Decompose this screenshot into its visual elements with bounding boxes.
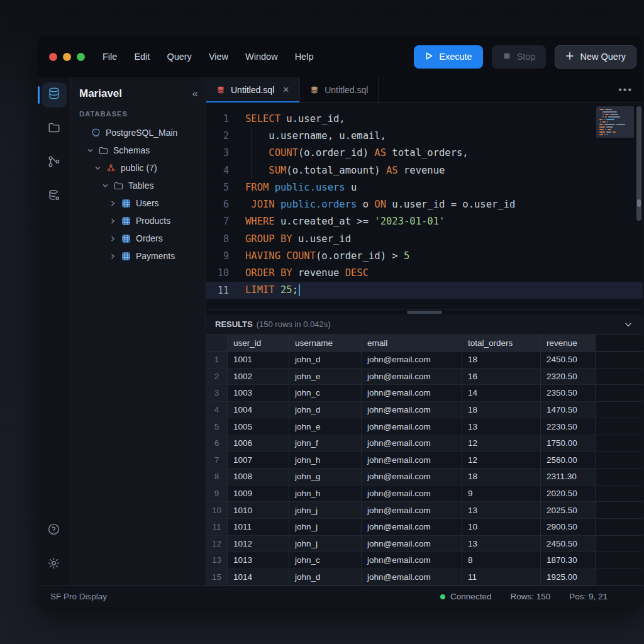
chevron-right-icon[interactable] xyxy=(109,253,116,260)
chevron-right-icon[interactable] xyxy=(109,200,116,207)
table-row-3[interactable]: 31003john_cjohn@email.com142350.50 xyxy=(206,385,643,402)
cell-filler xyxy=(596,385,643,401)
column-header-total-orders[interactable]: total_orders xyxy=(462,335,541,351)
chevron-right-icon[interactable] xyxy=(109,235,116,242)
table-icon xyxy=(121,198,131,209)
code-text: SUM(o.total_amount) AS revenue xyxy=(236,165,445,176)
tree-item-label: Payments xyxy=(136,251,175,261)
zoom-window-button[interactable] xyxy=(77,53,85,61)
cell-username: john_d xyxy=(289,569,362,586)
new-query-button[interactable]: New Query xyxy=(555,45,636,69)
menu-help[interactable]: Help xyxy=(295,52,314,62)
tree-item-payments[interactable]: Payments xyxy=(70,247,206,265)
tree-item-users[interactable]: Users xyxy=(70,194,206,212)
code-line-10: 10ORDER BY revenue DESC xyxy=(206,265,643,282)
splitter-handle[interactable] xyxy=(407,311,442,314)
table-icon xyxy=(121,251,131,262)
tree-item-orders[interactable]: Orders xyxy=(70,230,206,247)
cell-username: john_f xyxy=(289,435,362,452)
menu-query[interactable]: Query xyxy=(167,52,192,62)
menu-view[interactable]: View xyxy=(209,52,228,62)
tab-bar: Untitled.sql✕Untitled.sql••• xyxy=(206,77,643,103)
cell-username: john_j xyxy=(289,502,362,518)
cell-username: john_d xyxy=(289,352,362,368)
cell-filler xyxy=(596,486,643,502)
cell-user-id: 1004 xyxy=(228,402,289,418)
editor-scrollbar[interactable] xyxy=(636,106,641,221)
tab-untitled-sql-2[interactable]: Untitled.sql xyxy=(300,77,379,102)
close-tab-icon[interactable]: ✕ xyxy=(282,85,289,94)
help-button[interactable] xyxy=(42,518,67,543)
collapse-sidebar-icon[interactable]: « xyxy=(192,87,197,100)
rail-databases-icon[interactable] xyxy=(42,82,67,108)
table-row-1[interactable]: 11001john_djohn@email.com182450.50 xyxy=(206,352,643,369)
tree-item-public-7[interactable]: public (7) xyxy=(70,159,206,177)
code-line-2: 2 u.username, u.email, xyxy=(206,127,643,144)
cell-email: john@email.com xyxy=(362,418,462,435)
chevron-down-icon[interactable] xyxy=(624,320,633,329)
tree-item-postgresql-main[interactable]: PostgreSQL_Main xyxy=(70,124,206,142)
chevron-down-icon[interactable] xyxy=(87,147,94,154)
table-row-7[interactable]: 71007john_hjohn@email.com122560.00 xyxy=(206,452,643,469)
minimize-window-button[interactable] xyxy=(63,53,71,61)
cell-filler xyxy=(596,352,643,368)
column-header-revenue[interactable]: revenue xyxy=(541,335,596,351)
table-row-2[interactable]: 21002john_ejohn@email.com162320.50 xyxy=(206,369,643,386)
cell-user-id: 1013 xyxy=(228,552,289,569)
cursor-position: Pos: 9, 21 xyxy=(569,592,608,601)
cell-filler xyxy=(596,552,643,569)
sql-editor[interactable]: 1SELECT u.user_id,2 u.username, u.email,… xyxy=(206,103,643,309)
table-row-4[interactable]: 41004john_djohn@email.com181470.50 xyxy=(206,402,643,419)
cell-revenue: 1470.50 xyxy=(541,402,596,418)
table-row-15[interactable]: 151014john_djohn@email.com111925.00 xyxy=(206,569,643,586)
panel-splitter[interactable] xyxy=(206,309,643,314)
toolbar: Execute Stop New Query xyxy=(414,45,636,69)
tab-untitled-sql-1[interactable]: Untitled.sql✕ xyxy=(206,77,300,102)
stop-button[interactable]: Stop xyxy=(492,45,547,69)
table-row-13[interactable]: 131013john_cjohn@email.com81870.30 xyxy=(206,552,643,569)
cell-username: john_c xyxy=(289,385,362,401)
chevron-down-icon[interactable] xyxy=(102,182,109,189)
table-row-12[interactable]: 121012john_jjohn@email.com132450.50 xyxy=(206,536,643,553)
table-row-5[interactable]: 51005john_ejohn@email.com132230.50 xyxy=(206,418,643,435)
column-header-user-id[interactable]: user_id xyxy=(228,335,289,351)
play-icon xyxy=(425,52,433,62)
tab-overflow-icon[interactable]: ••• xyxy=(608,84,643,96)
chevron-right-icon[interactable] xyxy=(109,218,116,225)
cell-user-id: 1011 xyxy=(228,519,289,535)
tree-item-schemas[interactable]: Schemas xyxy=(70,142,206,159)
cell-email: john@email.com xyxy=(362,536,462,552)
tree-item-label: Schemas xyxy=(113,145,150,155)
rail-connections-icon[interactable] xyxy=(42,150,67,175)
tree-item-products[interactable]: Products xyxy=(70,212,206,230)
cell-filler xyxy=(596,452,643,469)
tree-item-label: public (7) xyxy=(121,163,157,173)
table-row-10[interactable]: 101010john_jjohn@email.com132025.50 xyxy=(206,502,643,519)
table-row-11[interactable]: 111011john_jjohn@email.com102900.50 xyxy=(206,519,643,536)
close-window-button[interactable] xyxy=(49,53,57,61)
settings-button[interactable] xyxy=(42,552,67,577)
cell-username: john_c xyxy=(289,552,362,569)
menu-file[interactable]: File xyxy=(103,52,117,62)
cell-email: john@email.com xyxy=(362,569,462,586)
code-line-3: 3 COUNT(o.order_id) AS total_orders, xyxy=(206,145,643,162)
code-line-8: 8GROUP BY u.user_id xyxy=(206,230,643,247)
menu-window[interactable]: Window xyxy=(245,52,278,62)
execute-button[interactable]: Execute xyxy=(414,45,482,69)
column-header-username[interactable]: username xyxy=(289,335,362,351)
results-meta: (150 rows in 0.042s) xyxy=(257,319,331,329)
table-row-8[interactable]: 81008john_gjohn@email.com182311.30 xyxy=(206,469,643,486)
table-row-9[interactable]: 91009john_hjohn@email.com92020.50 xyxy=(206,486,643,502)
cell-email: john@email.com xyxy=(362,352,462,368)
cell-total-orders: 18 xyxy=(462,402,541,418)
column-header-email[interactable]: email xyxy=(362,335,462,351)
row-number: 11 xyxy=(206,519,228,535)
minimap[interactable] xyxy=(596,106,634,138)
rail-files-icon[interactable] xyxy=(42,116,67,142)
cell-user-id: 1012 xyxy=(228,536,289,552)
chevron-down-icon[interactable] xyxy=(94,165,101,172)
rail-db-tools-icon[interactable] xyxy=(42,184,67,209)
tree-item-tables[interactable]: Tables xyxy=(70,177,206,194)
menu-edit[interactable]: Edit xyxy=(134,52,150,62)
table-row-6[interactable]: 61006john_fjohn@email.com121750.00 xyxy=(206,435,643,452)
